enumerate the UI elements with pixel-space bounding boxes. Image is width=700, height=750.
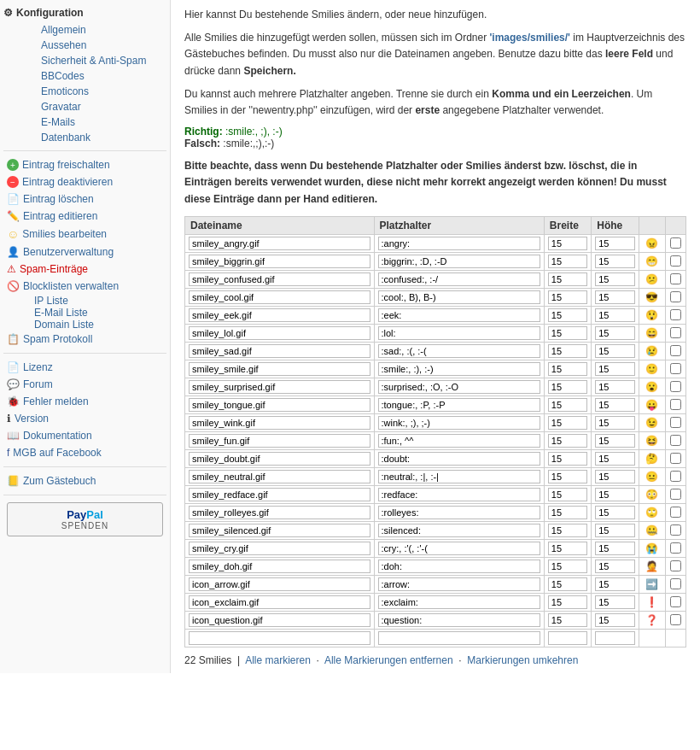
height-input[interactable] — [595, 362, 634, 376]
freischalten-link[interactable]: Eintrag freischalten — [22, 159, 110, 171]
row-checkbox[interactable] — [670, 596, 681, 607]
filename-input[interactable] — [189, 362, 370, 376]
filename-input[interactable] — [189, 272, 370, 286]
height-input[interactable] — [595, 542, 634, 555]
placeholder-input[interactable] — [378, 290, 540, 304]
sidebar-item-dokumentation[interactable]: 📖 Dokumentation — [3, 427, 166, 444]
width-input[interactable] — [548, 326, 587, 340]
sidebar-item-fehler[interactable]: 🐞 Fehler melden — [3, 393, 166, 410]
filename-input[interactable] — [189, 290, 370, 304]
width-input[interactable] — [548, 613, 587, 627]
sidebar-item-version[interactable]: ℹ Version — [3, 410, 166, 427]
row-checkbox[interactable] — [670, 291, 681, 302]
filename-input[interactable] — [189, 560, 370, 573]
sidebar-item-allgemein[interactable]: Allgemein — [27, 22, 166, 38]
filename-input[interactable] — [189, 398, 370, 412]
sidebar-item-emails[interactable]: E-Mails — [27, 114, 166, 130]
new-filename-input[interactable] — [189, 631, 370, 645]
width-input[interactable] — [548, 524, 587, 537]
sidebar-action-deaktivieren[interactable]: − Eintrag deaktivieren — [3, 173, 166, 190]
filename-input[interactable] — [189, 380, 370, 394]
width-input[interactable] — [548, 434, 587, 448]
width-input[interactable] — [548, 362, 587, 376]
sidebar-item-domain[interactable]: Domain Liste — [34, 319, 166, 331]
row-checkbox[interactable] — [670, 542, 681, 554]
width-input[interactable] — [548, 308, 587, 322]
height-input[interactable] — [595, 416, 634, 430]
row-checkbox[interactable] — [670, 273, 681, 284]
editieren-link[interactable]: Eintrag editieren — [23, 210, 97, 222]
loeschen-link[interactable]: Eintrag löschen — [23, 193, 94, 205]
sidebar-item-forum[interactable]: 💬 Forum — [3, 376, 166, 393]
deselect-all-link[interactable]: Alle Markierungen entfernen — [324, 654, 453, 666]
sidebar-action-editieren[interactable]: ✏️ Eintrag editieren — [3, 208, 166, 225]
height-input[interactable] — [595, 344, 634, 358]
placeholder-input[interactable] — [378, 577, 540, 591]
filename-input[interactable] — [189, 595, 370, 609]
row-checkbox[interactable] — [670, 237, 681, 249]
row-checkbox[interactable] — [670, 255, 681, 267]
smilies-link[interactable]: Smilies bearbeiten — [22, 228, 107, 240]
blocklisten-link[interactable]: Blocklisten verwalten — [23, 280, 119, 292]
sidebar-item-ip[interactable]: IP Liste — [34, 295, 166, 307]
width-input[interactable] — [548, 416, 587, 430]
filename-input[interactable] — [189, 470, 370, 483]
sidebar-action-spam[interactable]: ⚠ Spam-Einträge — [3, 261, 166, 278]
height-input[interactable] — [595, 308, 634, 322]
placeholder-input[interactable] — [378, 434, 540, 448]
row-checkbox[interactable] — [670, 309, 681, 320]
sidebar-action-loeschen[interactable]: 📄 Eintrag löschen — [3, 190, 166, 208]
height-input[interactable] — [595, 577, 634, 591]
benutzer-link[interactable]: Benutzerverwaltung — [23, 246, 114, 258]
deaktivieren-link[interactable]: Eintrag deaktivieren — [22, 176, 113, 188]
height-input[interactable] — [595, 272, 634, 286]
sidebar-item-gaestebuch[interactable]: 📒 Zum Gästebuch — [3, 472, 166, 489]
height-input[interactable] — [595, 524, 634, 537]
filename-input[interactable] — [189, 488, 370, 501]
placeholder-input[interactable] — [378, 542, 540, 555]
row-checkbox[interactable] — [670, 345, 681, 356]
sidebar-action-freischalten[interactable]: + Eintrag freischalten — [3, 156, 166, 173]
placeholder-input[interactable] — [378, 595, 540, 609]
height-input[interactable] — [595, 255, 634, 268]
width-input[interactable] — [548, 542, 587, 555]
width-input[interactable] — [548, 255, 587, 268]
height-input[interactable] — [595, 434, 634, 448]
filename-input[interactable] — [189, 416, 370, 430]
placeholder-input[interactable] — [378, 488, 540, 501]
protokoll-link[interactable]: Spam Protokoll — [23, 333, 92, 345]
new-width-input[interactable] — [548, 631, 587, 645]
spam-link[interactable]: Spam-Einträge — [20, 263, 88, 275]
width-input[interactable] — [548, 272, 587, 286]
placeholder-input[interactable] — [378, 524, 540, 537]
row-checkbox[interactable] — [670, 363, 681, 374]
height-input[interactable] — [595, 290, 634, 304]
placeholder-input[interactable] — [378, 272, 540, 286]
sidebar-item-datenbank[interactable]: Datenbank — [27, 130, 166, 145]
filename-input[interactable] — [189, 542, 370, 555]
placeholder-input[interactable] — [378, 398, 540, 412]
height-input[interactable] — [595, 398, 634, 412]
filename-input[interactable] — [189, 308, 370, 322]
row-checkbox[interactable] — [670, 417, 681, 428]
width-input[interactable] — [548, 488, 587, 501]
width-input[interactable] — [548, 506, 587, 519]
placeholder-input[interactable] — [378, 380, 540, 394]
sidebar-item-aussehen[interactable]: Aussehen — [27, 38, 166, 53]
filename-input[interactable] — [189, 434, 370, 448]
row-checkbox[interactable] — [670, 327, 681, 338]
width-input[interactable] — [548, 452, 587, 466]
filename-input[interactable] — [189, 255, 370, 268]
row-checkbox[interactable] — [670, 507, 681, 518]
filename-input[interactable] — [189, 452, 370, 466]
filename-input[interactable] — [189, 326, 370, 340]
height-input[interactable] — [595, 326, 634, 340]
width-input[interactable] — [548, 595, 587, 609]
sidebar-item-bbcodes[interactable]: BBCodes — [27, 68, 166, 84]
height-input[interactable] — [595, 452, 634, 466]
width-input[interactable] — [548, 344, 587, 358]
height-input[interactable] — [595, 237, 634, 250]
placeholder-input[interactable] — [378, 452, 540, 466]
filename-input[interactable] — [189, 577, 370, 591]
row-checkbox[interactable] — [670, 381, 681, 392]
